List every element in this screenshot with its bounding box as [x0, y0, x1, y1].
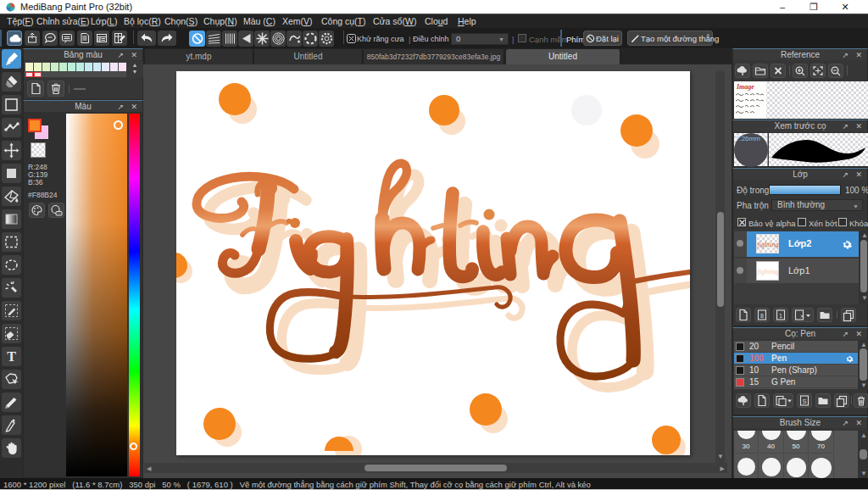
svg-text:S: S: [802, 398, 806, 405]
svg-text:T: T: [7, 349, 16, 364]
svg-text:fighting: fighting: [758, 241, 779, 248]
svg-text:1: 1: [779, 313, 782, 319]
svg-text:8: 8: [760, 313, 764, 319]
svg-text:fighting: fighting: [758, 268, 779, 276]
